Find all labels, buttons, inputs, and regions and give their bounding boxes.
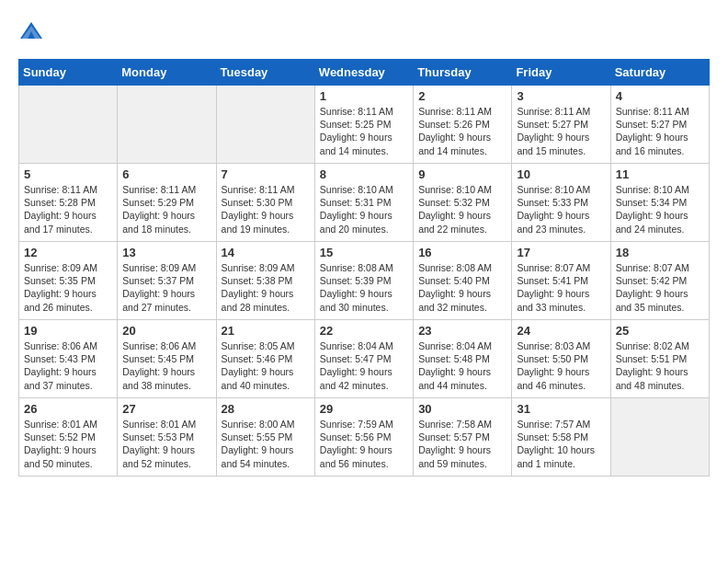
calendar-cell: 29Sunrise: 7:59 AM Sunset: 5:56 PM Dayli… — [314, 398, 413, 477]
day-number: 22 — [320, 324, 408, 338]
day-info: Sunrise: 8:09 AM Sunset: 5:38 PM Dayligh… — [222, 261, 310, 314]
calendar-cell: 9Sunrise: 8:10 AM Sunset: 5:32 PM Daylig… — [414, 164, 512, 242]
calendar-cell — [118, 86, 216, 164]
day-info: Sunrise: 8:06 AM Sunset: 5:45 PM Dayligh… — [122, 339, 210, 392]
calendar-cell: 12Sunrise: 8:09 AM Sunset: 5:35 PM Dayli… — [19, 242, 118, 320]
day-number: 26 — [24, 402, 112, 416]
day-number: 7 — [222, 167, 310, 181]
day-info: Sunrise: 8:03 AM Sunset: 5:50 PM Dayligh… — [517, 339, 605, 392]
day-info: Sunrise: 8:11 AM Sunset: 5:30 PM Dayligh… — [222, 183, 310, 236]
calendar-cell: 8Sunrise: 8:10 AM Sunset: 5:31 PM Daylig… — [314, 164, 413, 242]
calendar-cell: 31Sunrise: 7:57 AM Sunset: 5:58 PM Dayli… — [512, 398, 610, 477]
day-info: Sunrise: 8:09 AM Sunset: 5:35 PM Dayligh… — [24, 261, 112, 314]
day-info: Sunrise: 7:58 AM Sunset: 5:57 PM Dayligh… — [418, 418, 506, 470]
weekday-header-saturday: Saturday — [610, 60, 709, 86]
weekday-header-monday: Monday — [118, 60, 216, 86]
day-number: 6 — [122, 167, 210, 181]
week-row-5: 26Sunrise: 8:01 AM Sunset: 5:52 PM Dayli… — [19, 398, 710, 477]
calendar-cell — [216, 86, 314, 164]
day-number: 29 — [320, 402, 408, 416]
day-number: 18 — [616, 246, 704, 259]
day-number: 11 — [616, 167, 704, 181]
calendar-cell: 25Sunrise: 8:02 AM Sunset: 5:51 PM Dayli… — [610, 320, 709, 398]
day-number: 2 — [418, 89, 506, 103]
day-info: Sunrise: 8:10 AM Sunset: 5:34 PM Dayligh… — [616, 183, 704, 236]
day-info: Sunrise: 8:10 AM Sunset: 5:33 PM Dayligh… — [517, 183, 605, 236]
day-number: 25 — [616, 324, 704, 338]
day-number: 24 — [517, 324, 605, 338]
day-number: 1 — [320, 89, 408, 103]
calendar-cell: 14Sunrise: 8:09 AM Sunset: 5:38 PM Dayli… — [216, 242, 314, 320]
day-info: Sunrise: 8:11 AM Sunset: 5:29 PM Dayligh… — [122, 183, 210, 236]
calendar-cell: 26Sunrise: 8:01 AM Sunset: 5:52 PM Dayli… — [19, 398, 118, 477]
logo — [18, 18, 48, 44]
calendar-cell: 30Sunrise: 7:58 AM Sunset: 5:57 PM Dayli… — [414, 398, 512, 477]
calendar-cell: 3Sunrise: 8:11 AM Sunset: 5:27 PM Daylig… — [512, 86, 610, 164]
day-number: 5 — [24, 167, 112, 181]
day-info: Sunrise: 8:11 AM Sunset: 5:27 PM Dayligh… — [616, 105, 704, 157]
weekday-header-thursday: Thursday — [414, 60, 512, 86]
weekday-header-row: SundayMondayTuesdayWednesdayThursdayFrid… — [19, 60, 710, 86]
logo-icon — [18, 18, 44, 44]
day-info: Sunrise: 8:08 AM Sunset: 5:40 PM Dayligh… — [418, 261, 506, 314]
calendar-cell — [610, 398, 709, 477]
day-number: 21 — [222, 324, 310, 338]
day-number: 8 — [320, 167, 408, 181]
day-info: Sunrise: 8:11 AM Sunset: 5:25 PM Dayligh… — [320, 105, 408, 157]
weekday-header-wednesday: Wednesday — [314, 60, 413, 86]
calendar-cell: 28Sunrise: 8:00 AM Sunset: 5:55 PM Dayli… — [216, 398, 314, 477]
weekday-header-friday: Friday — [512, 60, 610, 86]
calendar-table: SundayMondayTuesdayWednesdayThursdayFrid… — [18, 59, 710, 477]
day-number: 19 — [24, 324, 112, 338]
day-info: Sunrise: 8:09 AM Sunset: 5:37 PM Dayligh… — [122, 261, 210, 314]
day-info: Sunrise: 8:10 AM Sunset: 5:31 PM Dayligh… — [320, 183, 408, 236]
calendar-cell: 15Sunrise: 8:08 AM Sunset: 5:39 PM Dayli… — [314, 242, 413, 320]
day-info: Sunrise: 7:59 AM Sunset: 5:56 PM Dayligh… — [320, 418, 408, 470]
day-number: 13 — [122, 246, 210, 259]
calendar-cell — [19, 86, 118, 164]
calendar-cell: 16Sunrise: 8:08 AM Sunset: 5:40 PM Dayli… — [414, 242, 512, 320]
day-number: 15 — [320, 246, 408, 259]
day-info: Sunrise: 8:02 AM Sunset: 5:51 PM Dayligh… — [616, 339, 704, 392]
calendar-cell: 19Sunrise: 8:06 AM Sunset: 5:43 PM Dayli… — [19, 320, 118, 398]
day-info: Sunrise: 8:04 AM Sunset: 5:47 PM Dayligh… — [320, 339, 408, 392]
day-info: Sunrise: 8:04 AM Sunset: 5:48 PM Dayligh… — [418, 339, 506, 392]
day-number: 10 — [517, 167, 605, 181]
day-number: 27 — [122, 402, 210, 416]
week-row-1: 1Sunrise: 8:11 AM Sunset: 5:25 PM Daylig… — [19, 86, 710, 164]
page-header — [18, 18, 710, 44]
calendar-cell: 6Sunrise: 8:11 AM Sunset: 5:29 PM Daylig… — [118, 164, 216, 242]
day-number: 4 — [616, 89, 704, 103]
day-number: 3 — [517, 89, 605, 103]
calendar-cell: 24Sunrise: 8:03 AM Sunset: 5:50 PM Dayli… — [512, 320, 610, 398]
calendar-cell: 17Sunrise: 8:07 AM Sunset: 5:41 PM Dayli… — [512, 242, 610, 320]
day-number: 9 — [418, 167, 506, 181]
day-number: 28 — [222, 402, 310, 416]
calendar-cell: 7Sunrise: 8:11 AM Sunset: 5:30 PM Daylig… — [216, 164, 314, 242]
day-number: 14 — [222, 246, 310, 259]
week-row-3: 12Sunrise: 8:09 AM Sunset: 5:35 PM Dayli… — [19, 242, 710, 320]
calendar-cell: 20Sunrise: 8:06 AM Sunset: 5:45 PM Dayli… — [118, 320, 216, 398]
day-info: Sunrise: 8:01 AM Sunset: 5:53 PM Dayligh… — [122, 418, 210, 470]
calendar-cell: 22Sunrise: 8:04 AM Sunset: 5:47 PM Dayli… — [314, 320, 413, 398]
day-number: 23 — [418, 324, 506, 338]
calendar-cell: 27Sunrise: 8:01 AM Sunset: 5:53 PM Dayli… — [118, 398, 216, 477]
weekday-header-sunday: Sunday — [19, 60, 118, 86]
week-row-4: 19Sunrise: 8:06 AM Sunset: 5:43 PM Dayli… — [19, 320, 710, 398]
day-info: Sunrise: 8:11 AM Sunset: 5:28 PM Dayligh… — [24, 183, 112, 236]
day-number: 30 — [418, 402, 506, 416]
calendar-cell: 1Sunrise: 8:11 AM Sunset: 5:25 PM Daylig… — [314, 86, 413, 164]
calendar-cell: 13Sunrise: 8:09 AM Sunset: 5:37 PM Dayli… — [118, 242, 216, 320]
day-info: Sunrise: 8:06 AM Sunset: 5:43 PM Dayligh… — [24, 339, 112, 392]
day-number: 16 — [418, 246, 506, 259]
day-info: Sunrise: 8:10 AM Sunset: 5:32 PM Dayligh… — [418, 183, 506, 236]
day-info: Sunrise: 8:01 AM Sunset: 5:52 PM Dayligh… — [24, 418, 112, 470]
calendar-cell: 4Sunrise: 8:11 AM Sunset: 5:27 PM Daylig… — [610, 86, 709, 164]
calendar-cell: 21Sunrise: 8:05 AM Sunset: 5:46 PM Dayli… — [216, 320, 314, 398]
day-number: 12 — [24, 246, 112, 259]
day-number: 20 — [122, 324, 210, 338]
calendar-cell: 11Sunrise: 8:10 AM Sunset: 5:34 PM Dayli… — [610, 164, 709, 242]
calendar-cell: 2Sunrise: 8:11 AM Sunset: 5:26 PM Daylig… — [414, 86, 512, 164]
weekday-header-tuesday: Tuesday — [216, 60, 314, 86]
week-row-2: 5Sunrise: 8:11 AM Sunset: 5:28 PM Daylig… — [19, 164, 710, 242]
